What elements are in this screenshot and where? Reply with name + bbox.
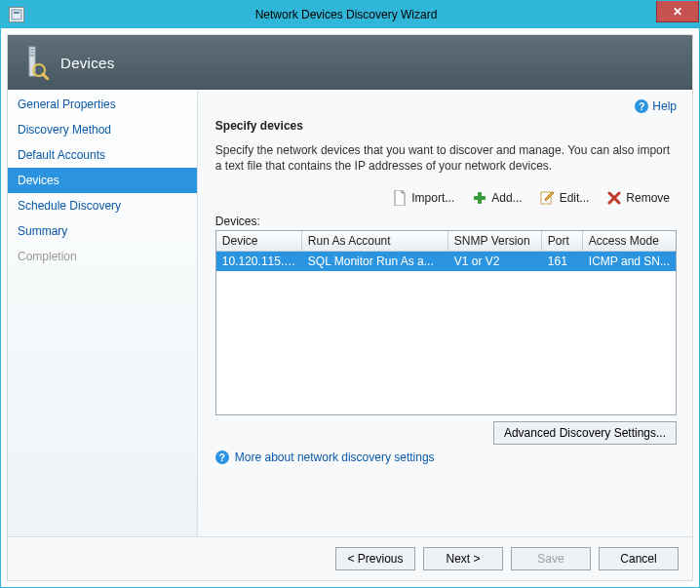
banner-title: Devices xyxy=(60,55,114,71)
svg-rect-3 xyxy=(30,49,34,51)
edit-label: Edit... xyxy=(560,191,590,205)
wizard-window: Network Devices Discovery Wizard ✕ Devic… xyxy=(0,0,700,588)
main-panel: ? Help Specify devices Specify the netwo… xyxy=(198,90,692,536)
cell-snmp: V1 or V2 xyxy=(448,253,542,270)
svg-rect-9 xyxy=(474,196,486,200)
devices-banner-icon xyxy=(21,45,49,80)
close-icon: ✕ xyxy=(673,5,682,19)
col-run-as[interactable]: Run As Account xyxy=(302,231,448,251)
close-button[interactable]: ✕ xyxy=(656,1,699,22)
section-title: Specify devices xyxy=(215,119,677,133)
body-area: General Properties Discovery Method Defa… xyxy=(8,90,692,536)
sidebar-item-general-properties[interactable]: General Properties xyxy=(8,92,197,117)
document-icon xyxy=(392,190,408,206)
sidebar: General Properties Discovery Method Defa… xyxy=(8,90,198,536)
svg-line-7 xyxy=(43,74,48,79)
help-icon: ? xyxy=(635,99,648,113)
devices-grid[interactable]: Device Run As Account SNMP Version Port … xyxy=(215,230,677,415)
previous-button[interactable]: < Previous xyxy=(335,547,415,570)
cell-run-as: SQL Monitor Run As a... xyxy=(302,253,448,270)
cell-device: 10.120.115.106 xyxy=(216,253,302,270)
cancel-button[interactable]: Cancel xyxy=(599,547,679,570)
devices-label: Devices: xyxy=(215,215,677,228)
toolbar: Import... Add... Edit... xyxy=(215,187,677,209)
col-device[interactable]: Device xyxy=(216,231,302,251)
banner: Devices xyxy=(8,35,692,90)
add-button[interactable]: Add... xyxy=(465,187,528,209)
more-about-link[interactable]: More about network discovery settings xyxy=(235,451,435,464)
window-icon xyxy=(9,7,24,22)
remove-button[interactable]: Remove xyxy=(600,187,677,209)
save-button: Save xyxy=(511,547,591,570)
advanced-row: Advanced Discovery Settings... xyxy=(215,421,677,445)
import-button[interactable]: Import... xyxy=(385,187,461,209)
more-link-row: ? More about network discovery settings xyxy=(215,451,677,464)
grid-row[interactable]: 10.120.115.106 SQL Monitor Run As a... V… xyxy=(216,252,676,271)
content-frame: Devices General Properties Discovery Met… xyxy=(7,34,693,581)
col-snmp[interactable]: SNMP Version xyxy=(448,231,542,251)
add-label: Add... xyxy=(491,191,522,205)
title-bar[interactable]: Network Devices Discovery Wizard ✕ xyxy=(1,1,699,28)
sidebar-item-default-accounts[interactable]: Default Accounts xyxy=(8,142,197,168)
delete-icon xyxy=(606,190,622,206)
pencil-icon xyxy=(540,190,556,206)
import-label: Import... xyxy=(411,191,454,205)
advanced-discovery-settings-button[interactable]: Advanced Discovery Settings... xyxy=(493,421,677,445)
remove-label: Remove xyxy=(626,191,670,205)
sidebar-item-discovery-method[interactable]: Discovery Method xyxy=(8,117,197,142)
svg-rect-5 xyxy=(30,55,34,57)
next-button[interactable]: Next > xyxy=(423,547,503,570)
svg-rect-4 xyxy=(30,52,34,54)
col-port[interactable]: Port xyxy=(542,231,583,251)
sidebar-item-summary[interactable]: Summary xyxy=(8,218,197,244)
sidebar-item-schedule-discovery[interactable]: Schedule Discovery xyxy=(8,193,197,218)
help-label: Help xyxy=(652,99,677,113)
plus-icon xyxy=(472,190,487,206)
svg-rect-1 xyxy=(14,12,19,14)
help-link[interactable]: ? Help xyxy=(635,99,677,113)
edit-button[interactable]: Edit... xyxy=(533,187,597,209)
svg-rect-0 xyxy=(12,10,21,20)
info-icon: ? xyxy=(215,451,229,464)
footer: < Previous Next > Save Cancel xyxy=(8,536,692,580)
col-access[interactable]: Access Mode xyxy=(583,231,676,251)
section-description: Specify the network devices that you wan… xyxy=(215,142,677,174)
sidebar-item-devices[interactable]: Devices xyxy=(8,168,197,193)
sidebar-item-completion: Completion xyxy=(8,244,197,269)
cell-access: ICMP and SN... xyxy=(583,253,676,270)
help-row: ? Help xyxy=(215,99,677,113)
window-title: Network Devices Discovery Wizard xyxy=(32,8,699,21)
cell-port: 161 xyxy=(542,253,583,270)
grid-header: Device Run As Account SNMP Version Port … xyxy=(216,231,676,252)
